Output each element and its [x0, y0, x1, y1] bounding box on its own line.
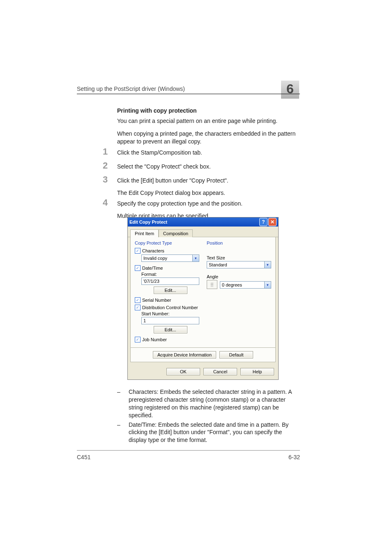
chapter-number-badge: 6: [281, 81, 299, 99]
cancel-button[interactable]: Cancel: [203, 368, 237, 375]
dialog-title: Edit Copy Protect: [129, 220, 167, 224]
field-value: '07/1/23: [142, 279, 199, 284]
checkbox-label: Characters: [142, 248, 164, 253]
start-number-label: Start Number:: [141, 311, 199, 316]
angle-preview-icon: ▒: [207, 280, 217, 289]
dropdown-value: Invalid copy: [142, 256, 192, 261]
checkbox-dcn[interactable]: ✓: [135, 305, 141, 310]
step-number: 4: [103, 197, 115, 208]
angle-label: Angle: [207, 274, 271, 279]
edit-dcn-button[interactable]: Edit...: [154, 326, 187, 333]
ok-button[interactable]: OK: [166, 368, 200, 375]
text-size-label: Text Size: [207, 255, 271, 260]
help-button[interactable]: Help: [240, 368, 274, 375]
checkbox-label: Date/Time: [142, 266, 163, 271]
checkbox-label: Job Number: [142, 337, 167, 342]
checkbox-label: Serial Number: [142, 298, 171, 303]
chevron-down-icon[interactable]: ▾: [264, 282, 271, 288]
step-text: Select the "Copy Protect" check box.: [117, 163, 300, 171]
section-paragraph: When copying a printed page, the charact…: [117, 130, 300, 146]
start-number-field[interactable]: 1: [141, 317, 199, 324]
step-number: 3: [103, 174, 115, 185]
tab-composition[interactable]: Composition: [159, 229, 193, 237]
help-icon[interactable]: ?: [259, 218, 267, 226]
angle-dropdown[interactable]: 0 degrees ▾: [220, 281, 271, 289]
step-number: 2: [103, 160, 115, 171]
notes-list: – Characters: Embeds the selected charac…: [117, 388, 299, 446]
group-label: Copy Protect Type: [135, 240, 199, 245]
bullet-dash: –: [117, 421, 129, 444]
step-text: Specify the copy protection type and the…: [117, 200, 300, 208]
dialog-tabs: Print Item Composition: [128, 227, 278, 237]
chevron-down-icon[interactable]: ▾: [192, 255, 199, 261]
characters-dropdown[interactable]: Invalid copy ▾: [141, 254, 199, 262]
tab-print-item[interactable]: Print Item: [130, 229, 159, 237]
checkbox-serial-number[interactable]: ✓: [135, 297, 141, 303]
field-value: 1: [142, 318, 199, 323]
position-column: Position Text Size Standard ▾ Angle ▒ 0 …: [207, 240, 271, 343]
edit-format-button[interactable]: Edit...: [154, 287, 187, 294]
section-paragraph: You can print a special pattern on an en…: [117, 117, 300, 125]
checkbox-job-number[interactable]: ✓: [135, 337, 141, 342]
running-header: Setting up the PostScript driver (Window…: [77, 86, 185, 92]
copy-protect-type-column: Copy Protect Type ✓ Characters Invalid c…: [135, 240, 199, 343]
footer-page-number: 6-32: [288, 454, 300, 460]
note-text: Date/Time: Embeds the selected date and …: [129, 421, 299, 444]
note-text: Characters: Embeds the selected characte…: [129, 388, 299, 419]
group-label: Position: [207, 240, 271, 245]
header-rule: [77, 94, 300, 94]
dialog-titlebar: Edit Copy Protect ? ✕: [128, 217, 278, 227]
page-footer: C451 6-32: [77, 450, 300, 460]
chevron-down-icon[interactable]: ▾: [264, 261, 271, 268]
section-heading: Printing with copy protection: [117, 107, 300, 115]
checkbox-label: Distribution Control Number: [142, 305, 198, 310]
dialog-edit-copy-protect: Edit Copy Protect ? ✕ Print Item Composi…: [127, 217, 279, 380]
format-field[interactable]: '07/1/23: [141, 278, 199, 285]
dropdown-value: 0 degrees: [220, 282, 264, 287]
dialog-panel: Copy Protect Type ✓ Characters Invalid c…: [130, 237, 276, 348]
acquire-device-info-button[interactable]: Acquire Device Information: [153, 351, 216, 358]
checkbox-datetime[interactable]: ✓: [135, 265, 141, 271]
step-number: 1: [103, 146, 115, 157]
text-size-dropdown[interactable]: Standard ▾: [207, 261, 271, 268]
bullet-dash: –: [117, 388, 129, 419]
step-text: Click the Stamp/Composition tab.: [117, 149, 300, 157]
footer-model: C451: [77, 454, 90, 460]
checkbox-characters[interactable]: ✓: [135, 248, 141, 254]
section-body: Printing with copy protection You can pr…: [117, 107, 300, 150]
close-icon[interactable]: ✕: [268, 218, 277, 226]
dropdown-value: Standard: [207, 262, 264, 267]
default-button[interactable]: Default: [219, 351, 253, 358]
format-label: Format:: [141, 272, 199, 277]
step-text: Click the [Edit] button under "Copy Prot…: [117, 177, 300, 185]
step-subtext: The Edit Copy Protect dialog box appears…: [117, 189, 300, 197]
